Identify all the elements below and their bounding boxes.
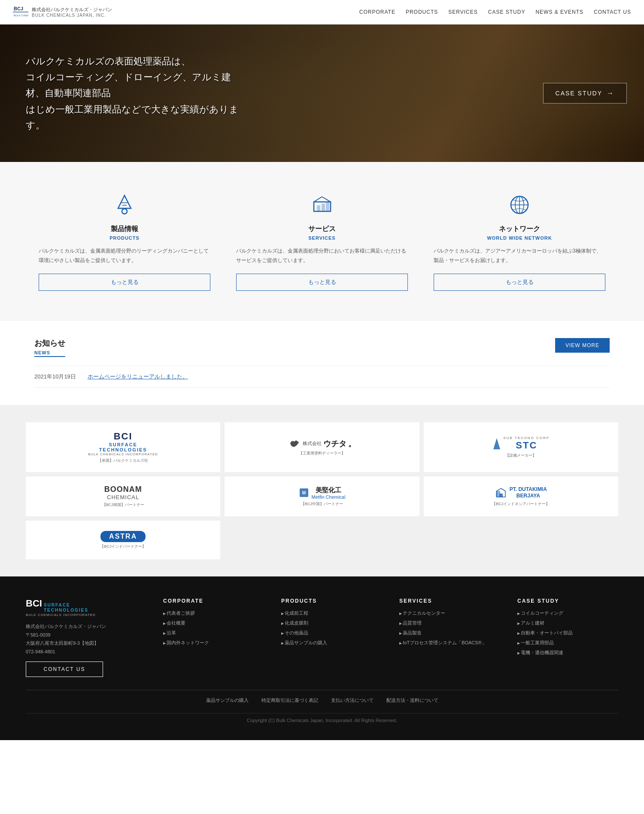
footer-case-study-item-3[interactable]: 一般工業用部品: [517, 640, 618, 646]
footer-contact-us-btn[interactable]: CONTACT US: [26, 662, 103, 677]
nav-contact-us[interactable]: CONTACT US: [594, 9, 631, 15]
footer-bottom-link-2[interactable]: 支払い方法について: [331, 697, 374, 704]
three-cols-section: 製品情報 PRODUCTS バルクケミカルズは、金属表面処理分野のリーディングカ…: [0, 162, 644, 321]
svg-rect-9: [317, 205, 320, 211]
bci-technologies: TECHNOLOGIES: [99, 447, 147, 452]
stc-note: 【設備メーカー】: [505, 453, 536, 458]
footer-bottom-link-0[interactable]: 薬品サンプルの購入: [206, 697, 249, 704]
footer-corporate-item-0[interactable]: 代表者ご挨拶: [163, 610, 264, 616]
news-link[interactable]: ホームページをリニューアルしました。: [88, 373, 188, 381]
svg-marker-18: [493, 438, 500, 449]
news-date: 2021年10月19日: [34, 373, 77, 381]
partner-boonam[interactable]: BOONAM CHEMICAL 【BCJ韓国】パートナー: [26, 476, 220, 516]
footer-corporate-item-1[interactable]: 会社概要: [163, 620, 264, 626]
footer-case-study-item-0[interactable]: コイルコーティング: [517, 610, 618, 616]
news-header: お知らせ NEWS VIEW MORE: [34, 338, 610, 357]
uchida-logo: 株式会社 ウチタ 。: [288, 438, 356, 449]
nav-news-events[interactable]: NEWS & EVENTS: [535, 9, 583, 15]
hero-title: バルクケミカルズの表面処理薬品は、 コイルコーティング、ドローイング、アルミ建材…: [26, 53, 240, 134]
partner-uchida[interactable]: 株式会社 ウチタ 。 【工業用塗料ディーラー】: [225, 422, 419, 472]
news-titles: お知らせ NEWS: [34, 338, 65, 357]
footer-corporate-item-2[interactable]: 沿革: [163, 630, 264, 636]
col-services-desc: バルクケミカルズは、金属表面処理分野においてお客様に満足いただけるサービスをご提…: [236, 247, 408, 265]
col-services-title-en: SERVICES: [308, 235, 335, 241]
footer-services-item-2[interactable]: 薬品製造: [399, 630, 500, 636]
news-view-more-btn[interactable]: VIEW MORE: [555, 338, 610, 353]
hero-section: バルクケミカルズの表面処理薬品は、 コイルコーティング、ドローイング、アルミ建材…: [0, 24, 644, 162]
svg-line-13: [322, 197, 331, 202]
footer-case-study-item-4[interactable]: 電機・通信機器関連: [517, 649, 618, 656]
hero-cta[interactable]: CASE STUDY →: [543, 83, 627, 104]
footer-services-item-0[interactable]: テクニカルセンター: [399, 610, 500, 616]
footer-case-study-item-1[interactable]: アルミ建材: [517, 620, 618, 626]
partner-bci[interactable]: BCI SURFACE TECHNOLOGIES BULK CHEMICALS …: [26, 422, 220, 472]
svg-text:M: M: [302, 491, 305, 495]
footer-surface: SURFACE: [44, 603, 88, 608]
partner-metfin[interactable]: M 美堅化工 Metfin Chemical 【BCJ中国】パートナー: [225, 476, 419, 516]
news-row: 2021年10月19日 ホームページをリニューアルしました。: [34, 366, 610, 388]
footer-products-title: PRODUCTS: [281, 598, 382, 604]
footer-corporate-item-3[interactable]: 国内外ネットワーク: [163, 640, 264, 646]
metfin-name-en: Metfin Chemical: [312, 494, 346, 500]
metfin-text: 美堅化工 Metfin Chemical: [312, 486, 346, 500]
services-icon: [309, 192, 335, 218]
col-products: 製品情報 PRODUCTS バルクケミカルズは、金属表面処理分野のリーディングカ…: [26, 183, 223, 299]
footer-products-item-0[interactable]: 化成前工程: [281, 610, 382, 616]
footer-corporate-list: 代表者ご挨拶 会社概要 沿革 国内外ネットワーク: [163, 610, 264, 646]
footer-address: 大阪府八尾市太田新町9-3【地図】: [26, 639, 146, 648]
footer-postal: 〒581-0039: [26, 631, 146, 640]
col-products-more-btn[interactable]: もっと見る: [39, 274, 210, 291]
partner-astra[interactable]: ASTRA 【BCJインドパートナー】: [26, 521, 220, 559]
col-services: サービス SERVICES バルクケミカルズは、金属表面処理分野においてお客様に…: [223, 183, 421, 299]
nav-case-study[interactable]: CASE STUDY: [488, 9, 526, 15]
footer-bci: BCI: [26, 598, 42, 609]
footer-bulk: BULK CHEMICALS INCORPORATED: [26, 613, 146, 617]
footer-bottom-link-3[interactable]: 配送方法・送料について: [386, 697, 438, 704]
dutakimia-logo-row: PT. DUTAKIMIABERJAYA: [495, 486, 547, 500]
col-services-title-jp: サービス: [308, 225, 336, 234]
dutakimia-note: 【BCJインドネシアパートナー】: [492, 501, 550, 507]
nav-corporate[interactable]: CORPORATE: [359, 9, 395, 15]
dutakimia-name: PT. DUTAKIMIABERJAYA: [510, 486, 547, 500]
partner-stc[interactable]: SUB TECHNO CORP STC 【設備メーカー】: [424, 422, 618, 472]
case-study-button[interactable]: CASE STUDY →: [543, 83, 627, 104]
astra-name: ASTRA: [100, 531, 146, 542]
stc-logo: SUB TECHNO CORP STC: [492, 436, 550, 451]
metfin-logo: M 美堅化工 Metfin Chemical: [299, 486, 346, 500]
astra-note: 【BCJインドパートナー】: [100, 544, 146, 549]
svg-point-5: [122, 209, 127, 214]
uchida-name: ウチタ: [323, 439, 346, 449]
footer-products-item-3[interactable]: 薬品サンプルの購入: [281, 640, 382, 646]
header: BCJ BULK CHEMICALS 株式会社バルクケミカルズ・ジャパン BUL…: [0, 0, 644, 24]
footer-tel: 072-948-4801: [26, 648, 146, 656]
logo-area: BCJ BULK CHEMICALS 株式会社バルクケミカルズ・ジャパン BUL…: [13, 4, 112, 20]
svg-rect-11: [326, 202, 329, 211]
stc-logo-row: SUB TECHNO CORP STC: [492, 436, 550, 451]
footer-services-item-3[interactable]: IoTプロセス管理システム「BOACS®」: [399, 640, 500, 646]
nav-services[interactable]: SERVICES: [448, 9, 477, 15]
footer-products-item-1[interactable]: 化成皮膜剤: [281, 620, 382, 626]
footer-products-list: 化成前工程 化成皮膜剤 その他薬品 薬品サンプルの購入: [281, 610, 382, 646]
uchida-icon: [288, 438, 301, 449]
astra-logo: ASTRA: [100, 531, 146, 542]
footer-technologies: TECHNOLOGIES: [44, 608, 88, 613]
logo-text-area: 株式会社バルクケミカルズ・ジャパン BULK CHEMICALS JAPAN, …: [32, 6, 112, 18]
footer-bottom-link-1[interactable]: 特定商取引法に基づく表記: [261, 697, 318, 704]
col-network-more-btn[interactable]: もっと見る: [434, 274, 605, 291]
stc-above-text: SUB TECHNO CORP: [504, 436, 550, 440]
stc-name: STC: [504, 440, 550, 451]
col-products-title-en: PRODUCTS: [109, 235, 140, 241]
logo-icon: BCJ BULK CHEMICALS: [13, 4, 28, 20]
footer-services-item-1[interactable]: 品質管理: [399, 620, 500, 626]
news-title-en: NEWS: [34, 350, 65, 357]
nav-products[interactable]: PRODUCTS: [406, 9, 438, 15]
footer-case-study-list: コイルコーティング アルミ建材 自動車・オートバイ部品 一般工業用部品 電機・通…: [517, 610, 618, 656]
footer-bci-logo: BCI SURFACE TECHNOLOGIES BULK CHEMICALS …: [26, 598, 146, 617]
partner-dutakimia[interactable]: PT. DUTAKIMIABERJAYA 【BCJインドネシアパートナー】: [424, 476, 618, 516]
col-services-more-btn[interactable]: もっと見る: [236, 274, 408, 291]
bci-bulk: BULK CHEMICALS INCORPORATED: [88, 452, 158, 456]
footer-products-item-2[interactable]: その他薬品: [281, 630, 382, 636]
stc-icon: [492, 437, 501, 450]
partners-section: BCI SURFACE TECHNOLOGIES BULK CHEMICALS …: [0, 405, 644, 576]
footer-case-study-item-2[interactable]: 自動車・オートバイ部品: [517, 630, 618, 636]
